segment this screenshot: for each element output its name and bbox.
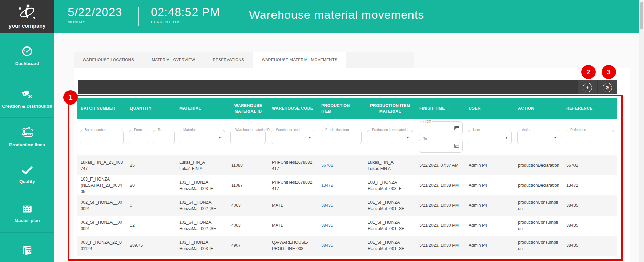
- tab-reservations[interactable]: RESERVATIONS: [204, 52, 253, 68]
- calendar-icon[interactable]: [454, 126, 459, 132]
- production-item-input[interactable]: [323, 132, 359, 143]
- cell-action: productionConsumption: [515, 236, 563, 256]
- col-production-item[interactable]: PRODUCTION ITEM: [318, 98, 364, 119]
- add-button[interactable]: +: [578, 80, 597, 94]
- production-item-material-filter-select[interactable]: Production item material ▼: [367, 130, 413, 144]
- col-finish-time[interactable]: FINISH TIME ↓: [416, 98, 465, 119]
- sidebar-item-production-lines[interactable]: Production lines: [0, 118, 54, 156]
- filter-cell-quantity: From To: [126, 119, 176, 155]
- cell-user: Admin P4: [465, 216, 515, 236]
- col-production-item-material[interactable]: PRODUCTION ITEM MATERIAL: [364, 98, 416, 119]
- finish-to-label: To: [422, 137, 428, 141]
- cell-action: productionDeclaration: [515, 175, 563, 195]
- filter-cell-warehouse-material-id: Warehouse material ID: [228, 119, 268, 155]
- cell-warehouse-material-id: 4063: [228, 216, 268, 236]
- cell-reference: 38435: [563, 195, 617, 216]
- package-icon: [21, 244, 33, 257]
- sidebar-item-master-plan[interactable]: Master plan: [0, 194, 54, 233]
- user-filter-select[interactable]: User ▼: [468, 130, 512, 144]
- cell-quantity: 20: [126, 175, 176, 195]
- cell-production-item-material: 101_SF_HONZA HonzaMat_001_SF: [364, 236, 416, 256]
- movements-table: BATCH NUMBER QUANTITY MATERIAL WAREHOUSE…: [77, 98, 617, 256]
- chevron-down-icon: ▼: [406, 136, 409, 139]
- reference-input[interactable]: [568, 132, 612, 143]
- finish-time-from-filter[interactable]: From: [419, 121, 463, 135]
- warehouse-material-id-filter[interactable]: Warehouse material ID: [230, 130, 266, 144]
- production-item-material-label: Production item material: [370, 128, 410, 132]
- table-row[interactable]: 002_SF_HONZA__000091 52 102_SF_HONZA Hon…: [77, 216, 617, 236]
- filter-row: Batch number From To Material ▼: [77, 119, 617, 155]
- tab-warehouse-material-movements[interactable]: WAREHOUSE MATERIAL MOVEMENTS: [253, 52, 346, 68]
- cell-warehouse-material-id: 11087: [228, 175, 268, 195]
- cell-quantity: 0: [126, 195, 176, 216]
- batch-number-filter[interactable]: Batch number: [80, 130, 124, 144]
- cell-warehouse-code: PHPUnitTest1678882417: [268, 155, 318, 175]
- company-logo[interactable]: your company: [0, 0, 54, 33]
- quantity-to-input[interactable]: [155, 132, 172, 143]
- header-divider: [138, 7, 139, 26]
- table-row[interactable]: Lukas_FIN_A_23_003747 15 Lukas_FIN_A Luk…: [77, 155, 617, 175]
- warehouse-material-id-input[interactable]: [233, 132, 263, 143]
- check-icon: [22, 166, 33, 176]
- tag-icon: [21, 88, 33, 100]
- chevron-down-icon: ▼: [554, 136, 557, 139]
- sidebar-item-label: Production lines: [8, 142, 46, 147]
- cell-quantity: 15: [126, 155, 176, 175]
- table-row[interactable]: 002_SF_HONZA__000091 0 102_SF_HONZA Honz…: [77, 195, 617, 216]
- cell-batch-number: 003_F_HONZA_22_001124: [77, 236, 126, 256]
- cell-production-item-material: 101_SF_HONZA HonzaMat_001_SF: [364, 195, 416, 216]
- table-row[interactable]: 003_F_HONZA_22_001124 289.75 103_F_HONZA…: [77, 236, 617, 256]
- cell-production-item-link[interactable]: 13472: [318, 175, 364, 195]
- action-filter-select[interactable]: Action ▼: [517, 130, 560, 144]
- finish-time-to-filter[interactable]: To: [419, 139, 463, 153]
- sort-desc-icon[interactable]: ↓: [447, 105, 449, 112]
- cell-warehouse-material-id: 4063: [228, 195, 268, 216]
- cell-production-item-material: Lukas_FIN_A Lukáš FIN A: [364, 155, 416, 175]
- user-filter-label: User: [471, 128, 481, 132]
- sidebar-item-creation-distribution[interactable]: Creation & Distribution: [0, 79, 54, 118]
- filter-cell-action: Action ▼: [515, 119, 563, 155]
- sidebar-item-dashboard[interactable]: Dashboard: [0, 33, 54, 79]
- col-action[interactable]: ACTION: [515, 98, 563, 119]
- cell-production-item-link[interactable]: 38435: [318, 195, 364, 216]
- quantity-from-input[interactable]: [132, 132, 147, 143]
- cell-production-item-link[interactable]: 38435: [318, 236, 364, 256]
- tab-material-overview[interactable]: MATERIAL OVERVIEW: [143, 52, 204, 68]
- reference-filter[interactable]: Reference: [566, 130, 614, 144]
- col-material[interactable]: MATERIAL: [176, 98, 228, 119]
- col-batch-number[interactable]: BATCH NUMBER: [77, 98, 126, 119]
- production-item-filter[interactable]: Production item: [321, 130, 362, 144]
- quantity-from-label: From: [133, 128, 143, 132]
- sidebar-item-warehouse[interactable]: [0, 233, 54, 262]
- vertical-scrollbar[interactable]: [639, 0, 644, 262]
- quantity-to-filter[interactable]: To: [153, 130, 175, 144]
- cell-quantity: 52: [126, 216, 176, 236]
- cell-warehouse-material-id: 4907: [228, 236, 268, 256]
- cell-material: Lukas_FIN_A Lukáš FIN A: [176, 155, 228, 175]
- col-finish-time-label: FINISH TIME: [419, 106, 445, 111]
- cell-finish-time: 5/21/2023, 10:30 PM: [416, 216, 465, 236]
- cell-production-item-link[interactable]: 38435: [318, 216, 364, 236]
- calendar-icon[interactable]: [454, 143, 459, 149]
- col-user[interactable]: USER: [465, 98, 515, 119]
- tab-warehouse-locations[interactable]: WAREHOUSE LOCATIONS: [74, 52, 143, 68]
- col-reference[interactable]: REFERENCE: [563, 98, 617, 119]
- col-warehouse-code[interactable]: WAREHOUSE CODE: [268, 98, 318, 119]
- sidebar-item-quality[interactable]: Quality: [0, 156, 54, 194]
- batch-number-input[interactable]: [82, 132, 121, 143]
- sidebar-item-label: Dashboard: [14, 61, 41, 66]
- table-row[interactable]: 103_F_HONZA (NESAHAT)_23_003405 20 103_F…: [77, 175, 617, 195]
- cell-material: 103_F_HONZA HonzaMat_003_F: [176, 175, 228, 195]
- col-quantity[interactable]: QUANTITY: [126, 98, 176, 119]
- production-item-label: Production item: [324, 128, 350, 132]
- settings-button[interactable]: ⚙: [598, 80, 617, 94]
- cell-production-item-link[interactable]: 56701: [318, 155, 364, 175]
- cell-batch-number: 002_SF_HONZA__000091: [77, 195, 126, 216]
- scrollbar-thumb[interactable]: [640, 2, 643, 29]
- quantity-from-filter[interactable]: From: [129, 130, 149, 144]
- warehouse-code-filter-select[interactable]: Warehouse code ▼: [271, 130, 315, 144]
- col-warehouse-material-id[interactable]: WAREHOUSE MATERIAL ID: [228, 98, 268, 119]
- material-filter-select[interactable]: Material ▼: [179, 130, 225, 144]
- page-title: Warehouse material movements: [249, 8, 424, 21]
- filter-cell-batch: Batch number: [77, 119, 126, 155]
